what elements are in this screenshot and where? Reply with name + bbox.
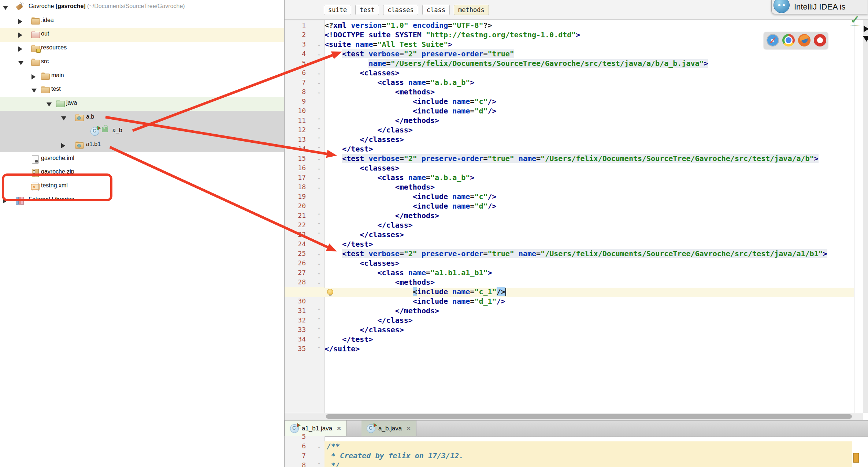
tool-strip-down-arrow-icon[interactable]: [863, 36, 868, 42]
fold-marker-icon[interactable]: ⌃: [315, 344, 323, 354]
fold-marker-icon[interactable]: ⌃: [315, 335, 323, 344]
code-line-25[interactable]: <test verbose="2" preserve-order="true" …: [324, 249, 854, 258]
code-line-15[interactable]: <test verbose="2" preserve-order="true" …: [324, 154, 854, 163]
fold-marker-icon[interactable]: ⌄: [315, 268, 323, 277]
collapsed-arrow-icon[interactable]: [3, 198, 7, 203]
fold-marker-icon[interactable]: ⌄: [315, 68, 323, 78]
tree-item-external[interactable]: External Libraries: [0, 194, 284, 208]
code-line-18[interactable]: <methods>: [324, 182, 854, 192]
code-line-22[interactable]: </class>: [324, 220, 854, 230]
code-line-35[interactable]: </suite>: [324, 344, 854, 354]
code-line-29[interactable]: <include name="c_1"/>: [324, 287, 854, 296]
intention-bulb-icon[interactable]: [327, 289, 333, 295]
tree-item-main[interactable]: main: [0, 70, 284, 83]
fold-marker-icon[interactable]: ⌄: [315, 154, 323, 163]
fold-marker-icon[interactable]: ⌃: [315, 135, 323, 144]
tool-strip-right-arrow-icon[interactable]: [864, 26, 868, 32]
tree-item-java[interactable]: java: [0, 97, 284, 111]
breadcrumb-classes[interactable]: classes: [383, 5, 418, 15]
fold-marker-icon[interactable]: ⌃: [315, 315, 323, 325]
fold-marker-icon[interactable]: ⌄: [315, 163, 323, 173]
firefox-browser-icon[interactable]: [798, 34, 810, 46]
tree-item-src[interactable]: src: [0, 56, 284, 70]
fold-marker-icon[interactable]: ⌄: [315, 40, 323, 49]
code-line-26[interactable]: <classes>: [324, 258, 854, 268]
collapsed-arrow-icon[interactable]: [18, 33, 22, 38]
expanded-arrow-icon[interactable]: [47, 102, 52, 107]
horizontal-scrollbar-thumb[interactable]: [326, 414, 852, 419]
fold-marker-icon[interactable]: ⌃: [315, 220, 323, 230]
error-stripe[interactable]: [854, 20, 863, 413]
code-line-11[interactable]: </methods>: [324, 116, 854, 125]
fold-marker-icon[interactable]: ⌃: [315, 116, 323, 125]
code-line-8[interactable]: <methods>: [324, 87, 854, 97]
expanded-arrow-icon[interactable]: [31, 89, 37, 93]
tree-item-a1.b1[interactable]: a1.b1: [0, 138, 284, 152]
code-line-31[interactable]: </methods>: [324, 306, 854, 315]
tree-item-test[interactable]: test: [0, 83, 284, 97]
fold-marker-icon[interactable]: ⌃: [315, 460, 323, 467]
collapsed-arrow-icon[interactable]: [18, 46, 22, 52]
breadcrumb-methods[interactable]: methods: [454, 5, 489, 15]
fold-marker-icon[interactable]: ⌄: [315, 182, 323, 192]
code-line-16[interactable]: <classes>: [324, 163, 854, 173]
fold-marker-icon[interactable]: ⌄: [315, 87, 323, 97]
code-line-10[interactable]: <include name="d"/>: [324, 106, 854, 116]
expanded-arrow-icon[interactable]: [3, 6, 8, 10]
fold-marker-icon[interactable]: ⌃: [315, 239, 323, 249]
code-line-27[interactable]: <class name="a1.b1.a1_b1">: [324, 268, 854, 277]
tree-item-a.b[interactable]: a.b: [0, 111, 284, 125]
code-line-19[interactable]: <include name="c"/>: [324, 192, 854, 201]
chrome-browser-icon[interactable]: [782, 34, 795, 46]
code-line-14[interactable]: </test>: [324, 144, 854, 154]
fold-marker-icon[interactable]: ⌄: [315, 441, 323, 451]
code-line-13[interactable]: </classes>: [324, 135, 854, 144]
safari-browser-icon[interactable]: [767, 34, 779, 46]
fold-marker-icon[interactable]: ⌄: [315, 249, 323, 258]
java-editor[interactable]: /** * Created by felix on 17/3/12. */: [324, 436, 868, 467]
code-line-33[interactable]: </classes>: [324, 325, 854, 335]
java-code-line-7[interactable]: * Created by felix on 17/3/12.: [327, 451, 463, 460]
java-code-line-8[interactable]: */: [327, 460, 340, 467]
close-tab-icon[interactable]: ✕: [337, 425, 341, 432]
code-line-28[interactable]: <methods>: [324, 277, 854, 287]
tree-item-a_b[interactable]: a_b: [0, 124, 284, 138]
project-tree-panel[interactable]: Gavroche [gavroche] (~/Documents/SourceT…: [0, 0, 284, 467]
code-line-30[interactable]: <include name="d_1"/>: [324, 296, 854, 306]
collapsed-arrow-icon[interactable]: [31, 74, 36, 79]
collapsed-arrow-icon[interactable]: [18, 19, 22, 24]
expanded-arrow-icon[interactable]: [61, 116, 66, 120]
tree-item-testng.xml[interactable]: testng.xml: [0, 180, 284, 194]
fold-marker-icon[interactable]: ⌄: [315, 78, 323, 87]
fold-marker-icon[interactable]: ⌃: [315, 125, 323, 135]
breadcrumb-suite[interactable]: suite: [324, 5, 351, 15]
fold-marker-icon[interactable]: ⌃: [315, 230, 323, 239]
tree-item-gavroche[interactable]: Gavroche [gavroche] (~/Documents/SourceT…: [0, 0, 284, 14]
code-line-7[interactable]: <class name="a.b.a_b">: [324, 78, 854, 87]
fold-marker-icon[interactable]: ⌃: [315, 144, 323, 154]
java-code-line-6[interactable]: /**: [327, 441, 340, 451]
code-line-9[interactable]: <include name="c"/>: [324, 97, 854, 106]
fold-marker-icon[interactable]: ⌃: [315, 325, 323, 335]
close-tab-icon[interactable]: ✕: [406, 425, 411, 432]
tree-item-gavroche.iml[interactable]: gavroche.iml: [0, 152, 284, 166]
tree-item-resources[interactable]: resources: [0, 42, 284, 56]
opera-browser-icon[interactable]: [814, 34, 826, 46]
fold-marker-icon[interactable]: ⌄: [315, 173, 323, 182]
editor-tab-a_b.java[interactable]: a_b.java✕: [361, 421, 416, 436]
code-line-6[interactable]: <classes>: [324, 68, 854, 78]
code-line-1[interactable]: <?xml version="1.0" encoding="UTF-8"?>: [324, 20, 854, 30]
fold-marker-icon[interactable]: ⌄: [315, 258, 323, 268]
collapsed-arrow-icon[interactable]: [61, 143, 65, 148]
code-line-5[interactable]: name="/Users/felix/Documents/SourceTree/…: [324, 59, 854, 68]
fold-marker-icon[interactable]: ⌄: [315, 277, 323, 287]
tree-item-.idea[interactable]: .idea: [0, 14, 284, 28]
code-line-34[interactable]: </test>: [324, 335, 854, 344]
tree-item-out[interactable]: out: [0, 28, 284, 42]
fold-marker-icon[interactable]: ⌃: [315, 306, 323, 315]
fold-marker-icon[interactable]: ⌄: [315, 49, 323, 59]
breadcrumb-class[interactable]: class: [422, 5, 450, 15]
fold-marker-icon[interactable]: ⌃: [315, 211, 323, 220]
tree-item-gavroche.zip[interactable]: gavroche.zip: [0, 166, 284, 180]
code-line-24[interactable]: </test>: [324, 239, 854, 249]
